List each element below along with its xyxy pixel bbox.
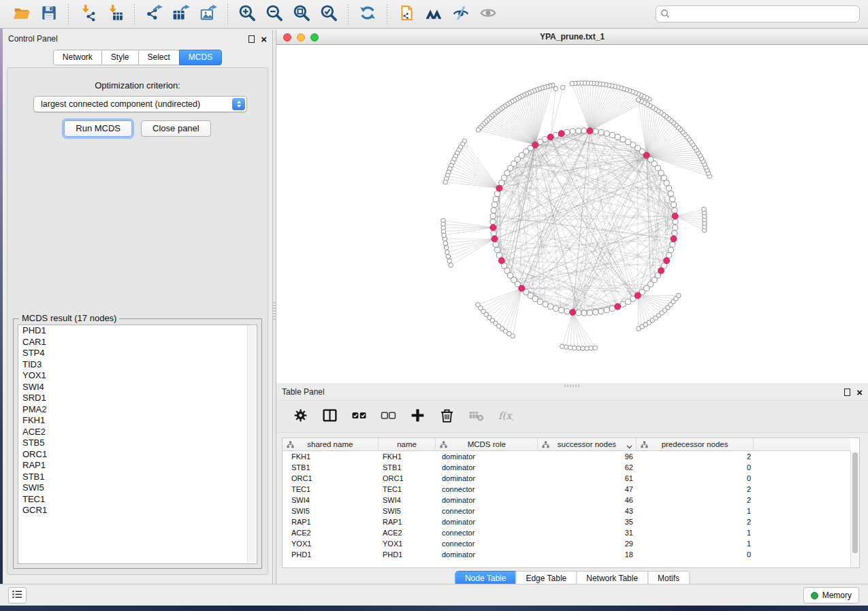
mcds-result-item[interactable]: TEC1	[18, 494, 257, 506]
table-row-SWI4[interactable]: SWI4SWI4dominator462	[283, 495, 850, 506]
table-row-FKH1[interactable]: FKH1FKH1dominator962	[283, 451, 850, 462]
table-row-PHD1[interactable]: PHD1PHD1dominator180	[283, 549, 850, 560]
network-snapshot-button[interactable]	[395, 3, 418, 26]
mcds-result-item[interactable]: SWI4	[18, 382, 257, 393]
float-panel-icon[interactable]	[248, 35, 255, 43]
search-icon	[660, 9, 670, 21]
tab-mcds[interactable]: MCDS	[179, 50, 222, 65]
column-label: successor nodes	[558, 440, 616, 448]
mcds-result-item[interactable]: CAR1	[18, 337, 257, 348]
save-session-button[interactable]	[37, 3, 61, 26]
cell-successor-nodes: 18	[539, 549, 637, 560]
column-label: MCDS role	[468, 440, 506, 448]
hide-graphics-details-button[interactable]	[449, 3, 472, 26]
toggle-panel-layout-button[interactable]	[321, 408, 338, 425]
mcds-result-item[interactable]: ACE2	[18, 427, 257, 438]
open-session-button[interactable]	[10, 3, 33, 26]
cell-name: ACE2	[379, 527, 436, 538]
table-row-STB1[interactable]: STB1STB1dominator620	[283, 462, 850, 473]
close-table-panel-icon[interactable]: ×	[856, 389, 863, 396]
column-header-shared-name[interactable]: shared name	[283, 438, 379, 450]
table-row-ACE2[interactable]: ACE2ACE2connector311	[283, 527, 850, 538]
mcds-result-groupbox: MCDS result (17 nodes) PHD1CAR1STP4TID3Y…	[13, 318, 262, 569]
export-table-button[interactable]	[170, 3, 193, 26]
export-image-button[interactable]	[197, 3, 220, 26]
birdseye-view-button[interactable]	[422, 3, 445, 26]
network-titlebar[interactable]: YPA_prune.txt_1	[276, 30, 868, 45]
control-panel-tabs: NetworkStyleSelectMCDS	[3, 50, 272, 65]
tab-select[interactable]: Select	[138, 50, 180, 65]
mcds-result-item[interactable]: PHD1	[18, 325, 257, 337]
tab-network[interactable]: Network	[53, 50, 102, 65]
memory-button[interactable]: Memory	[803, 587, 859, 604]
select-all-rows-button[interactable]	[350, 408, 368, 425]
column-header-predecessor-nodes[interactable]: predecessor nodes	[637, 438, 754, 450]
tab-style[interactable]: Style	[101, 50, 139, 65]
cell-shared-name: YOX1	[283, 538, 379, 549]
uncheck-all-icon	[381, 408, 396, 426]
desktop-background-bottom	[0, 606, 868, 611]
delete-column-button[interactable]	[438, 408, 455, 425]
export-network-button[interactable]	[142, 3, 165, 26]
mcds-result-item[interactable]: STB1	[18, 472, 257, 483]
delete-icon	[439, 408, 455, 426]
mcds-result-item[interactable]: FKH1	[18, 415, 257, 427]
task-history-button[interactable]	[8, 587, 27, 604]
mcds-result-list[interactable]: PHD1CAR1STP4TID3YOX1SWI4SRD1PMA2FKH1ACE2…	[18, 325, 257, 564]
table-row-TEC1[interactable]: TEC1TEC1connector472	[283, 484, 850, 495]
refresh-layout-button[interactable]	[356, 3, 379, 26]
mcds-result-item[interactable]: ORC1	[18, 449, 257, 461]
zoom-selected-button[interactable]	[317, 3, 340, 26]
close-panel-button[interactable]: Close panel	[141, 120, 211, 137]
cell-shared-name: SWI5	[283, 506, 379, 516]
zoom-out-button[interactable]	[263, 3, 286, 26]
zoom-fit-button[interactable]	[290, 3, 313, 26]
result-list-scrollbar[interactable]	[247, 326, 256, 563]
run-mcds-button[interactable]: Run MCDS	[64, 120, 132, 137]
table-panel: Table Panel × f(x) shared namenameMCDS r…	[276, 383, 868, 584]
cell-shared-name: ORC1	[283, 473, 379, 484]
zoom-out-icon	[266, 4, 283, 24]
column-label: name	[397, 440, 417, 448]
optimization-criterion-dropdown[interactable]: largest connected component (undirected)	[33, 96, 247, 112]
deselect-all-rows-button[interactable]	[379, 408, 397, 425]
cell-predecessor-nodes: 0	[637, 462, 755, 473]
mcds-result-item[interactable]: SRD1	[18, 393, 257, 404]
column-header-successor-nodes[interactable]: successor nodes	[538, 438, 637, 450]
import-network-button[interactable]	[76, 3, 99, 26]
mcds-result-item[interactable]: TID3	[18, 359, 257, 371]
table-row-RAP1[interactable]: RAP1RAP1dominator352	[283, 516, 850, 527]
table-settings-button[interactable]	[291, 408, 309, 425]
add-icon	[410, 408, 425, 426]
mcds-result-item[interactable]: STB5	[18, 437, 257, 449]
mcds-result-item[interactable]: STP4	[18, 348, 257, 359]
column-header-MCDS-role[interactable]: MCDS role	[436, 438, 538, 450]
table-scrollbar-thumb[interactable]	[852, 452, 858, 553]
table-row-ORC1[interactable]: ORC1ORC1dominator610	[283, 473, 850, 484]
table-panel-titlebar: Table Panel ×	[276, 383, 868, 401]
column-header-name[interactable]: name	[379, 438, 436, 450]
close-panel-icon[interactable]: ×	[261, 35, 267, 43]
mcds-result-item[interactable]: PMA2	[18, 404, 257, 416]
splitter-grip[interactable]	[273, 302, 276, 320]
network-window: YPA_prune.txt_1	[276, 30, 868, 383]
zoom-in-button[interactable]	[236, 3, 259, 26]
mcds-result-item[interactable]: GCR1	[18, 505, 257, 516]
cell-successor-nodes: 43	[539, 506, 637, 516]
table-row-YOX1[interactable]: YOX1YOX1connector291	[283, 538, 850, 549]
float-table-panel-icon[interactable]	[844, 389, 850, 396]
cell-MCDS-role: connector	[436, 506, 539, 516]
add-column-button[interactable]	[408, 408, 426, 425]
search-input[interactable]	[656, 5, 860, 22]
table-scrollbar[interactable]	[850, 451, 859, 567]
import-table-button[interactable]	[103, 3, 127, 26]
table-row-SWI5[interactable]: SWI5SWI5connector431	[283, 506, 850, 516]
cell-name: FKH1	[379, 451, 436, 462]
network-graph[interactable]	[276, 45, 868, 383]
network-canvas[interactable]	[276, 45, 868, 383]
mcds-result-item[interactable]: YOX1	[18, 370, 257, 382]
cell-predecessor-nodes: 1	[637, 527, 755, 538]
mcds-result-item[interactable]: SWI5	[18, 482, 257, 494]
attribute-icon	[542, 441, 549, 450]
mcds-result-item[interactable]: RAP1	[18, 460, 257, 472]
